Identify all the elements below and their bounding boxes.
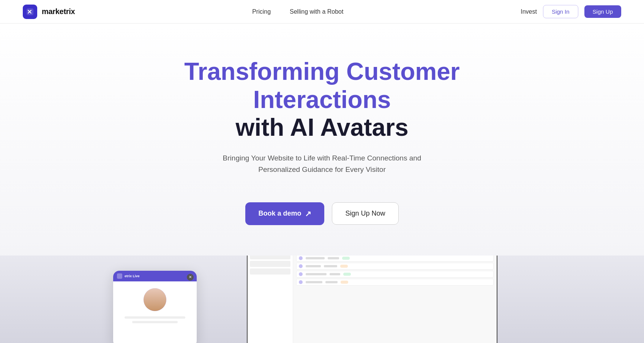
- hero-buttons: Book a demo ↗ Sign Up Now: [245, 202, 398, 225]
- table-avatar: [299, 256, 303, 260]
- table-avatar: [299, 280, 303, 284]
- app-main: [293, 256, 497, 343]
- card-header: etrix Live: [113, 271, 197, 281]
- avatar-face: [144, 288, 166, 311]
- table-badge: [341, 281, 348, 284]
- table-avatar: [299, 264, 303, 268]
- logo-text: marketrix: [42, 7, 75, 16]
- signup-button[interactable]: Sign Up: [584, 5, 621, 18]
- table-row[interactable]: [296, 256, 494, 262]
- hero-title-dark: with AI Avatars: [235, 114, 408, 141]
- nav-pricing[interactable]: Pricing: [252, 8, 271, 15]
- screenshot-area: ✕ etrix Live ▶: [0, 256, 644, 343]
- table-cell-time: [330, 273, 340, 275]
- card-title: etrix Live: [125, 274, 140, 278]
- svg-text:✕: ✕: [27, 9, 32, 15]
- laptop-content: marketrix Online Agents: [248, 256, 497, 343]
- sidebar-item-1[interactable]: [250, 256, 290, 259]
- table-row[interactable]: [296, 263, 494, 270]
- book-demo-button[interactable]: Book a demo ↗: [245, 202, 324, 225]
- nav-selling-robot[interactable]: Selling with a Robot: [290, 8, 343, 15]
- app-sidebar: [248, 256, 293, 343]
- laptop-screen: marketrix Online Agents: [248, 256, 497, 343]
- invest-button[interactable]: Invest: [521, 8, 537, 15]
- hero-section: Transforming Customer Interactions with …: [0, 24, 644, 343]
- app-body: [248, 256, 497, 343]
- card-body: [113, 281, 197, 327]
- hero-title: Transforming Customer Interactions with …: [170, 58, 474, 142]
- sidebar-item-3[interactable]: [250, 268, 290, 275]
- nav-actions: Invest Sign In Sign Up: [521, 5, 621, 18]
- table-cell-time: [328, 257, 339, 259]
- arrow-icon: ↗: [305, 209, 311, 218]
- table-area: [296, 256, 494, 343]
- hero-subtitle: Bringing Your Website to Life with Real-…: [223, 152, 421, 176]
- table-avatar: [299, 272, 303, 276]
- table-row[interactable]: [296, 279, 494, 286]
- table-badge: [343, 273, 351, 276]
- hero-title-purple: Transforming Customer Interactions: [184, 58, 459, 113]
- table-badge: [342, 257, 350, 260]
- logo-icon: ✕: [23, 5, 37, 19]
- nav-links: Pricing Selling with a Robot: [252, 8, 343, 15]
- card-logo-icon: [117, 273, 122, 279]
- table-cell-time: [325, 281, 338, 283]
- table-cell-name: [306, 273, 327, 275]
- close-icon[interactable]: ✕: [187, 274, 194, 281]
- sidebar-item-2[interactable]: [250, 261, 290, 267]
- table-row[interactable]: [296, 271, 494, 278]
- navbar: ✕ marketrix Pricing Selling with a Robot…: [0, 0, 644, 24]
- table-cell-name: [306, 281, 322, 283]
- floating-card: ✕ etrix Live: [113, 271, 197, 343]
- table-cell-time: [324, 265, 337, 267]
- signin-button[interactable]: Sign In: [543, 5, 578, 18]
- logo-area: ✕ marketrix: [23, 5, 75, 19]
- table-badge: [340, 265, 348, 268]
- laptop-mockup: marketrix Online Agents: [247, 256, 497, 343]
- table-cell-name: [306, 257, 325, 259]
- signup-now-button[interactable]: Sign Up Now: [332, 202, 398, 225]
- table-cell-name: [306, 265, 321, 267]
- avatar: [144, 288, 166, 311]
